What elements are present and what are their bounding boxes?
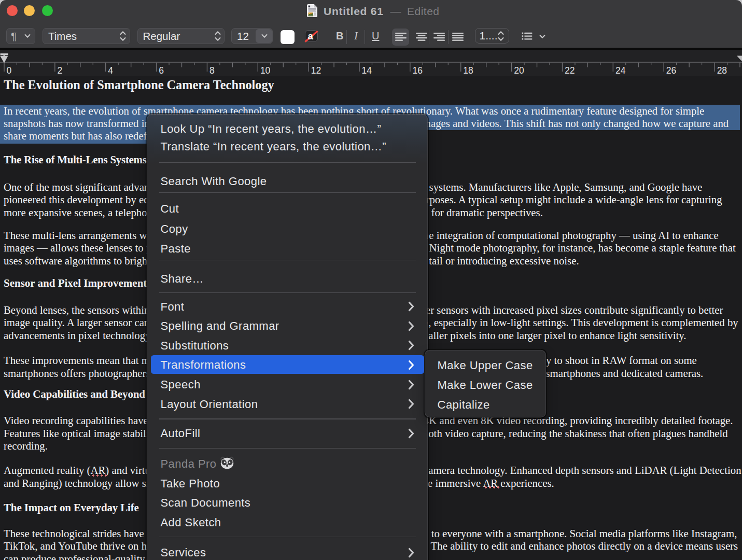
svg-text:24: 24 [615,65,626,76]
svg-text:10: 10 [260,65,271,76]
svg-text:0: 0 [7,65,12,76]
svg-text:18: 18 [463,65,473,76]
svg-text:4: 4 [108,65,113,76]
svg-text:28: 28 [717,65,727,76]
svg-text:6: 6 [159,65,164,76]
svg-text:14: 14 [362,65,372,76]
svg-text:16: 16 [412,65,422,76]
svg-text:2: 2 [57,65,62,76]
svg-text:12: 12 [311,65,321,76]
svg-text:20: 20 [514,65,524,76]
svg-text:8: 8 [209,65,215,76]
svg-text:26: 26 [666,65,676,76]
svg-text:22: 22 [565,65,575,76]
